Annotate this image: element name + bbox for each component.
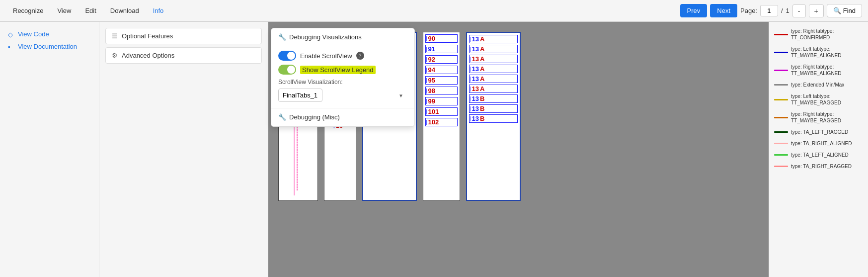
legend-item-8: type: TA_LEFT_ALIGNED	[774, 152, 863, 158]
tab-edit[interactable]: Edit	[78, 3, 103, 18]
legend-text-2: type: Right tabtype: TT_MAYBE_ALIGNED	[791, 64, 863, 77]
list-icon: ☰	[112, 32, 118, 40]
show-legend-toggle[interactable]	[278, 65, 296, 75]
wrench2-icon: 🔧	[278, 113, 286, 121]
legend-item-3: type: Extended Min/Max	[774, 82, 863, 88]
legend-item-0: type: Right tabtype: TT_CONFIRMED	[774, 28, 863, 41]
show-legend-row: Show ScrollView Legend	[278, 65, 407, 75]
debugging-viz-section: 🔧 Debugging Visualizations Enable Scroll…	[271, 28, 414, 108]
legend-text-3: type: Extended Min/Max	[791, 82, 844, 88]
legend-color-4	[774, 99, 788, 100]
legend-item-6: type: TA_LEFT_RAGGED	[774, 129, 863, 135]
debugging-viz-header[interactable]: 🔧 Debugging Visualizations	[271, 28, 414, 46]
viz-label: ScrollView Visualization:	[278, 79, 407, 86]
help-icon[interactable]: ?	[356, 52, 364, 60]
show-legend-label: Show ScrollView Legend	[300, 66, 376, 74]
next-button[interactable]: Next	[710, 4, 737, 17]
main-layout: ◇ View Code ▪ View Documentation ☰ Optio…	[0, 22, 868, 277]
middle-panel: ☰ Optional Features ⚙ Advanced Options 🔧…	[99, 22, 268, 277]
legend-text-0: type: Right tabtype: TT_CONFIRMED	[791, 28, 863, 41]
nav-tabs: Recognize View Edit Download Info	[6, 3, 170, 18]
tab-download[interactable]: Download	[103, 3, 146, 18]
search-icon: 🔍	[833, 7, 841, 14]
legend-color-3	[774, 84, 788, 86]
left-sidebar: ◇ View Code ▪ View Documentation	[0, 22, 99, 277]
optional-features-menu[interactable]: ☰ Optional Features	[105, 28, 262, 44]
legend-color-6	[774, 131, 788, 133]
legend-item-2: type: Right tabtype: TT_MAYBE_ALIGNED	[774, 64, 863, 77]
legend-text-6: type: TA_LEFT_RAGGED	[791, 129, 848, 135]
book-icon: ▪	[8, 43, 15, 50]
advanced-options-menu[interactable]: ⚙ Advanced Options	[105, 47, 262, 64]
legend-text-1: type: Left tabtype: TT_MAYBE_ALIGNED	[791, 46, 863, 59]
legend-color-7	[774, 143, 788, 144]
enable-scrollview-toggle[interactable]	[278, 51, 296, 61]
legend-color-5	[774, 117, 788, 118]
tab-info[interactable]: Info	[146, 3, 171, 18]
legend-text-9: type: TA_RIGHT_RAGGED	[791, 163, 852, 170]
viz-select[interactable]: FinalTabs_1 FinalTabs_2 FinalTabs_3	[278, 89, 322, 102]
debugging-misc-section: 🔧 Debugging (Misc)	[271, 108, 414, 126]
zoom-out-button[interactable]: -	[792, 4, 806, 17]
legend-color-9	[774, 166, 788, 167]
legend-item-5: type: Right tabtype: TT_MAYBE_RAGGED	[774, 111, 863, 124]
sidebar-item-view-documentation[interactable]: ▪ View Documentation	[0, 40, 99, 53]
prev-button[interactable]: Prev	[680, 4, 708, 17]
legend-color-1	[774, 52, 788, 53]
page-col-4: | 90 | 91 | 92 | 94	[423, 32, 460, 201]
gear-icon: ⚙	[112, 52, 118, 59]
tab-view[interactable]: View	[50, 3, 78, 18]
legend-text-4: type: Left tabtype: TT_MAYBE_RAGGED	[791, 93, 863, 106]
sidebar-item-view-code[interactable]: ◇ View Code	[0, 28, 99, 40]
right-legend-panel: type: Right tabtype: TT_CONFIRMED type: …	[769, 22, 868, 277]
legend-item-7: type: TA_RIGHT_ALIGNED	[774, 140, 863, 147]
legend-text-5: type: Right tabtype: TT_MAYBE_RAGGED	[791, 111, 863, 124]
page-col-5: | 13 A | 13 A | 13 A |	[466, 32, 521, 201]
legend-item-1: type: Left tabtype: TT_MAYBE_ALIGNED	[774, 46, 863, 59]
toolbar: Recognize View Edit Download Info Prev N…	[0, 0, 868, 22]
enable-scrollview-label: Enable ScrollView	[300, 52, 352, 60]
code-icon: ◇	[8, 31, 15, 38]
page-sep: /	[781, 7, 783, 14]
find-button[interactable]: 🔍 Find	[827, 4, 862, 17]
viz-select-wrapper: FinalTabs_1 FinalTabs_2 FinalTabs_3	[278, 89, 407, 102]
legend-item-4: type: Left tabtype: TT_MAYBE_RAGGED	[774, 93, 863, 106]
enable-scrollview-row: Enable ScrollView ?	[278, 51, 407, 61]
page-label: Page:	[740, 7, 757, 14]
dropdown-panel: 🔧 Debugging Visualizations Enable Scroll…	[271, 28, 415, 127]
debugging-misc-header[interactable]: 🔧 Debugging (Misc)	[271, 108, 414, 126]
legend-text-7: type: TA_RIGHT_ALIGNED	[791, 140, 852, 147]
zoom-in-button[interactable]: +	[809, 4, 824, 17]
legend-item-9: type: TA_RIGHT_RAGGED	[774, 163, 863, 170]
page-input[interactable]	[760, 5, 778, 16]
debugging-viz-content: Enable ScrollView ? Show ScrollView Lege…	[271, 46, 414, 108]
legend-color-0	[774, 34, 788, 35]
legend-color-8	[774, 154, 788, 156]
legend-text-8: type: TA_LEFT_ALIGNED	[791, 152, 849, 158]
pagination-controls: Prev Next Page: / 1 - + 🔍 Find	[680, 4, 862, 17]
page-total: 1	[786, 7, 789, 14]
tab-recognize[interactable]: Recognize	[6, 3, 50, 18]
wrench-icon: 🔧	[278, 33, 286, 41]
legend-color-2	[774, 70, 788, 71]
